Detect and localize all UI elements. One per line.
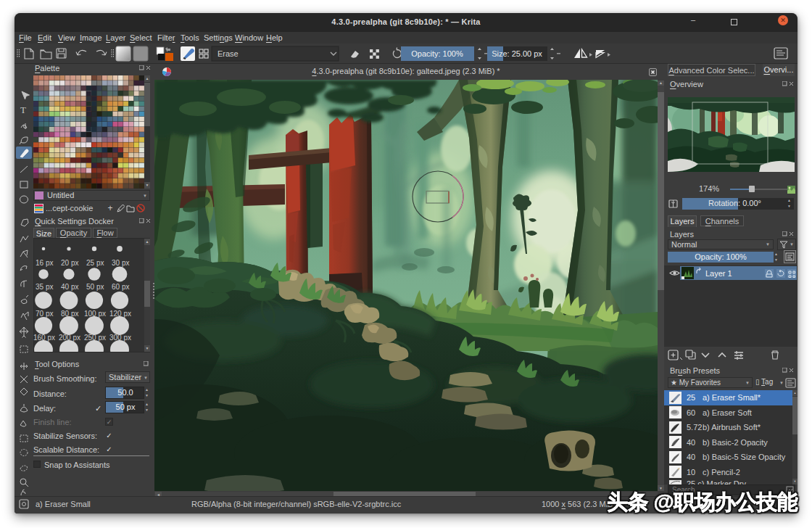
svg-text:Opacity: 100%: Opacity: 100% (411, 49, 463, 58)
svg-text:T: T (20, 104, 26, 115)
svg-text:Erase: Erase (218, 49, 239, 58)
svg-text:Size: 25.00 px: Size: 25.00 px (492, 49, 542, 58)
